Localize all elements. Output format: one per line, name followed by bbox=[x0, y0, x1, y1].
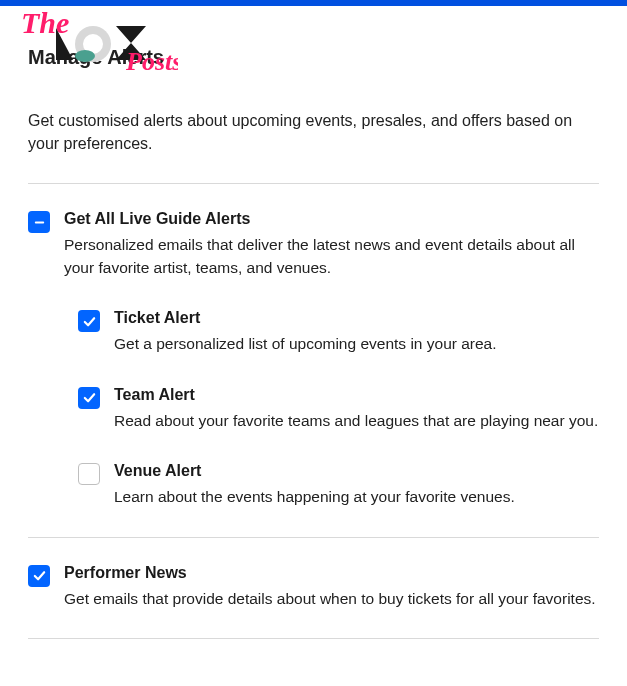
checkbox-all-alerts[interactable] bbox=[28, 211, 50, 233]
alert-desc-all: Personalized emails that deliver the lat… bbox=[64, 234, 599, 279]
checkbox-venue-alert[interactable] bbox=[78, 463, 100, 485]
site-logo: The Posts bbox=[18, 8, 178, 82]
alert-desc-venue: Learn about the events happening at your… bbox=[114, 486, 515, 508]
alert-item-venue: Venue Alert Learn about the events happe… bbox=[78, 462, 599, 508]
checkbox-team-alert[interactable] bbox=[78, 387, 100, 409]
alert-group-performer: Performer News Get emails that provide d… bbox=[28, 564, 599, 610]
divider bbox=[28, 537, 599, 538]
check-icon bbox=[32, 568, 47, 583]
alert-title-all: Get All Live Guide Alerts bbox=[64, 210, 599, 228]
svg-rect-3 bbox=[34, 221, 43, 223]
alert-desc-performer: Get emails that provide details about wh… bbox=[64, 588, 596, 610]
alert-title-team: Team Alert bbox=[114, 386, 598, 404]
alert-title-venue: Venue Alert bbox=[114, 462, 515, 480]
alert-group-all: Get All Live Guide Alerts Personalized e… bbox=[28, 210, 599, 279]
logo-text-posts: Posts bbox=[125, 47, 178, 76]
alert-title-performer: Performer News bbox=[64, 564, 596, 582]
divider bbox=[28, 183, 599, 184]
intro-text: Get customised alerts about upcoming eve… bbox=[28, 109, 599, 155]
check-icon bbox=[82, 314, 97, 329]
minus-icon bbox=[32, 215, 47, 230]
divider bbox=[28, 638, 599, 639]
check-icon bbox=[82, 390, 97, 405]
checkbox-ticket-alert[interactable] bbox=[78, 310, 100, 332]
logo-text-the: The bbox=[21, 8, 69, 39]
alert-desc-ticket: Get a personalized list of upcoming even… bbox=[114, 333, 497, 355]
svg-point-2 bbox=[75, 50, 95, 62]
alert-desc-team: Read about your favorite teams and leagu… bbox=[114, 410, 598, 432]
alert-item-ticket: Ticket Alert Get a personalized list of … bbox=[78, 309, 599, 355]
alert-item-team: Team Alert Read about your favorite team… bbox=[78, 386, 599, 432]
alert-title-ticket: Ticket Alert bbox=[114, 309, 497, 327]
checkbox-performer-news[interactable] bbox=[28, 565, 50, 587]
